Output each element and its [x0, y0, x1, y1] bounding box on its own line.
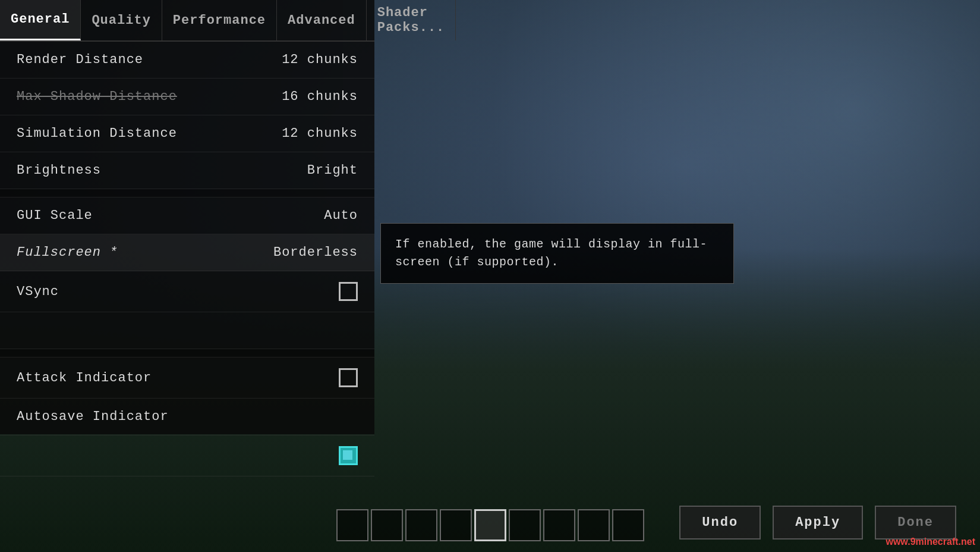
divider-2 [0, 349, 374, 357]
setting-render-distance-label: Render Distance [17, 52, 143, 67]
setting-view-bobbing-checkbox[interactable] [339, 368, 358, 387]
setting-render-distance-value: 12 chunks [282, 52, 358, 67]
tab-advanced[interactable]: Advanced [277, 0, 367, 40]
hotbar-slot-7 [543, 509, 575, 541]
setting-attack-indicator-label: Autosave Indicator [17, 409, 169, 424]
setting-max-shadow-distance-value: 16 chunks [282, 89, 358, 104]
setting-fullscreen[interactable]: Fullscreen * Borderless [0, 234, 374, 271]
hotbar-slot-2 [371, 509, 403, 541]
tooltip-box: If enabled, the game will display in ful… [380, 223, 734, 284]
tab-performance[interactable]: Performance [162, 0, 277, 40]
hotbar-slot-6 [509, 509, 541, 541]
tabs-bar: General Quality Performance Advanced Sha… [0, 0, 374, 42]
settings-panel: General Quality Performance Advanced Sha… [0, 0, 374, 434]
setting-brightness[interactable]: Brightness Bright [0, 152, 374, 189]
setting-autosave-indicator-checkbox[interactable] [339, 446, 358, 465]
tooltip-text: If enabled, the game will display in ful… [395, 237, 707, 269]
tab-general[interactable]: General [0, 0, 81, 40]
setting-max-framerate[interactable] [0, 312, 374, 349]
hotbar-slot-8 [578, 509, 610, 541]
setting-vsync-label: VSync [17, 284, 59, 299]
setting-render-distance[interactable]: Render Distance 12 chunks [0, 42, 374, 79]
setting-simulation-distance-value: 12 chunks [282, 126, 358, 141]
setting-max-shadow-distance-label: Max Shadow Distance [17, 89, 177, 104]
hotbar-slot-1 [336, 509, 368, 541]
setting-simulation-distance-label: Simulation Distance [17, 126, 177, 141]
setting-fullscreen-label: Fullscreen * [17, 245, 118, 260]
done-button[interactable]: Done [875, 506, 956, 540]
hotbar-slot-3 [405, 509, 437, 541]
setting-simulation-distance[interactable]: Simulation Distance 12 chunks [0, 115, 374, 152]
setting-brightness-label: Brightness [17, 163, 101, 178]
hotbar-slot-9 [612, 509, 644, 541]
setting-view-bobbing-label: Attack Indicator [17, 371, 152, 385]
tab-quality[interactable]: Quality [81, 0, 162, 40]
watermark: www.9minecraft.net [886, 537, 975, 547]
tab-shader-packs[interactable]: Shader Packs... [367, 0, 456, 40]
setting-gui-scale-label: GUI Scale [17, 208, 93, 223]
apply-button[interactable]: Apply [773, 506, 863, 540]
setting-brightness-value: Bright [307, 163, 358, 178]
setting-attack-indicator[interactable]: Autosave Indicator [0, 399, 374, 435]
settings-list: Render Distance 12 chunks Max Shadow Dis… [0, 42, 374, 476]
setting-gui-scale-value: Auto [324, 208, 358, 223]
setting-gui-scale[interactable]: GUI Scale Auto [0, 197, 374, 234]
hotbar-slot-5 [474, 509, 506, 541]
undo-button[interactable]: Undo [679, 506, 761, 540]
setting-vsync[interactable]: VSync [0, 271, 374, 312]
bottom-bar: Undo Apply Done [0, 493, 980, 552]
setting-max-shadow-distance[interactable]: Max Shadow Distance 16 chunks [0, 79, 374, 115]
divider-1 [0, 189, 374, 197]
setting-vsync-checkbox[interactable] [339, 282, 358, 301]
setting-autosave-indicator[interactable] [0, 435, 374, 476]
hotbar-slot-4 [440, 509, 472, 541]
setting-view-bobbing[interactable]: Attack Indicator [0, 357, 374, 399]
setting-fullscreen-value: Borderless [273, 245, 358, 260]
hotbar [336, 509, 644, 541]
